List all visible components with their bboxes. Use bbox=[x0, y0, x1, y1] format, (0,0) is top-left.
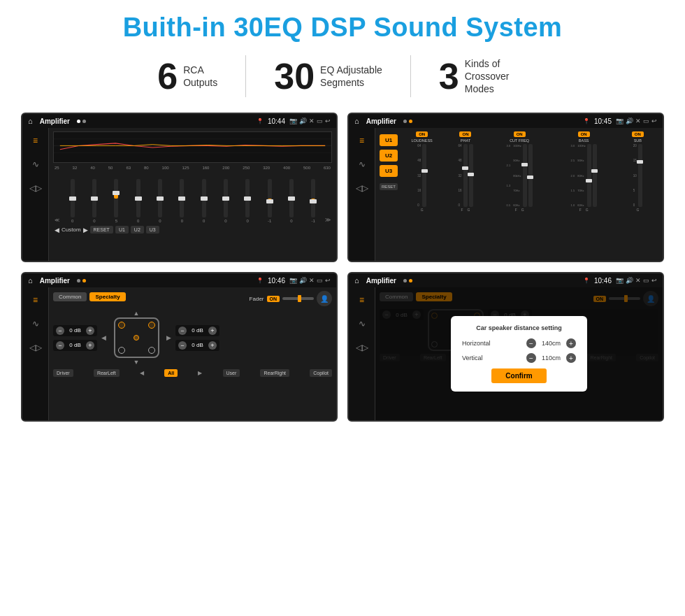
db-plus-tr[interactable]: + bbox=[208, 327, 217, 335]
fader-profile-icon[interactable]: 👤 bbox=[317, 291, 332, 306]
crossover-body: ≡ ∿ ◁▷ U1 U2 U3 RESET bbox=[349, 128, 663, 261]
modal-horizontal-plus[interactable]: + bbox=[566, 338, 576, 348]
crossover-u1-btn[interactable]: U1 bbox=[380, 134, 398, 146]
fader-user-btn[interactable]: User bbox=[223, 369, 240, 377]
bass-name: BASS bbox=[579, 138, 589, 143]
phat-sliders: 644832160 bbox=[458, 144, 473, 207]
car-speaker-tr bbox=[148, 322, 155, 329]
crossover-u3-btn[interactable]: U3 bbox=[380, 165, 398, 177]
fader-body: ≡ ∿ ◁▷ Common Specialty Fader ON bbox=[22, 287, 336, 420]
stat-crossover-number: 3 bbox=[439, 58, 459, 94]
eq-slider-0[interactable]: 0 bbox=[62, 179, 82, 223]
phat-name: PHAT bbox=[461, 138, 470, 143]
eq-slider-9[interactable]: -1 bbox=[259, 179, 280, 223]
fader-rearright-btn[interactable]: RearRight bbox=[260, 369, 289, 377]
fader-sidebar-eq-icon[interactable]: ≡ bbox=[27, 292, 44, 308]
fader-sidebar-wave-icon[interactable]: ∿ bbox=[27, 315, 44, 332]
db-plus-br[interactable]: + bbox=[208, 341, 217, 350]
fader-rearleft-btn[interactable]: RearLeft bbox=[94, 369, 120, 377]
eq-slider-11[interactable]: -1 bbox=[303, 179, 324, 223]
eq-slider-4[interactable]: 0 bbox=[150, 179, 170, 223]
car-arrow-bottom: ▼ bbox=[134, 359, 140, 366]
fader-camera-icon: 📷 bbox=[289, 277, 297, 284]
fader-slider-bar[interactable] bbox=[282, 297, 314, 300]
distance-sidebar-wave-icon[interactable]: ∿ bbox=[354, 315, 370, 332]
db-minus-tr[interactable]: − bbox=[178, 327, 187, 335]
fader-tab-specialty[interactable]: Specialty bbox=[89, 292, 125, 301]
eq-slider-5[interactable]: 0 bbox=[172, 179, 192, 223]
eq-u2-btn[interactable]: U2 bbox=[131, 226, 144, 234]
crossover-status-bar: ⌂ Amplifier 📍 10:45 📷 🔊 ✕ ▭ ↩ bbox=[349, 114, 663, 128]
distance-sidebar-speaker-icon[interactable]: ◁▷ bbox=[354, 339, 370, 356]
eq-slider-1[interactable]: 0 bbox=[84, 179, 104, 223]
fader-screen: ⌂ Amplifier 📍 10:46 📷 🔊 ✕ ▭ ↩ bbox=[21, 272, 338, 422]
modal-vertical-plus[interactable]: + bbox=[566, 353, 576, 363]
modal-horizontal-minus[interactable]: − bbox=[526, 338, 536, 348]
distance-home-icon[interactable]: ⌂ bbox=[354, 276, 359, 285]
car-speaker-bl bbox=[118, 347, 125, 354]
distance-window-icon: ▭ bbox=[643, 277, 649, 284]
db-minus-tl[interactable]: − bbox=[56, 327, 64, 335]
modal-confirm-button[interactable]: Confirm bbox=[491, 368, 546, 383]
fader-copilot-btn[interactable]: Copilot bbox=[310, 369, 332, 377]
eq-slider-7[interactable]: 0 bbox=[215, 179, 236, 223]
cutfreq-slider-f[interactable] bbox=[523, 144, 527, 207]
fader-top-row: Common Specialty Fader ON 👤 bbox=[53, 291, 332, 306]
db-control-tl: − 0 dB + bbox=[53, 325, 97, 336]
cutfreq-slider-g[interactable] bbox=[528, 144, 533, 207]
window-icon: ▭ bbox=[317, 117, 323, 124]
bass-slider-g[interactable] bbox=[593, 144, 597, 207]
eq-slider-3[interactable]: 0 bbox=[128, 179, 148, 223]
sidebar-speaker-icon[interactable]: ◁▷ bbox=[27, 180, 44, 196]
stat-rca-number: 6 bbox=[157, 58, 178, 94]
fader-home-icon[interactable]: ⌂ bbox=[28, 276, 33, 285]
crossover-status-icons: 📷 🔊 ✕ ▭ ↩ bbox=[616, 117, 657, 124]
fader-sidebar-speaker-icon[interactable]: ◁▷ bbox=[27, 339, 44, 356]
db-plus-tl[interactable]: + bbox=[86, 327, 94, 335]
crossover-reset-btn[interactable]: RESET bbox=[380, 183, 398, 190]
crossover-sidebar-eq-icon[interactable]: ≡ bbox=[354, 132, 370, 149]
eq-slider-10[interactable]: 0 bbox=[281, 179, 301, 223]
crossover-sidebar-speaker-icon[interactable]: ◁▷ bbox=[354, 180, 370, 196]
bass-slider-f[interactable] bbox=[587, 144, 591, 207]
bass-hz-scale: 100Hz90Hz80Hz70Hz60Hz bbox=[577, 144, 586, 207]
crossover-u2-btn[interactable]: U2 bbox=[380, 150, 398, 162]
eq-double-arrow-left[interactable]: ≪ bbox=[55, 217, 59, 223]
modal-vertical-control: − 110cm + bbox=[526, 353, 576, 363]
db-minus-br[interactable]: − bbox=[178, 341, 187, 350]
phat-slider-f[interactable] bbox=[463, 144, 468, 207]
eq-slider-8[interactable]: 0 bbox=[238, 179, 258, 223]
db-plus-bl[interactable]: + bbox=[86, 341, 94, 350]
phat-handle-g bbox=[468, 173, 474, 176]
phat-slider-g[interactable] bbox=[469, 144, 473, 207]
distance-sidebar-eq-icon[interactable]: ≡ bbox=[354, 292, 370, 308]
db-minus-bl[interactable]: − bbox=[56, 341, 64, 350]
eq-double-arrow-right[interactable]: ≫ bbox=[325, 217, 331, 223]
fader-dot-sq bbox=[77, 279, 80, 282]
modal-vertical-value: 110cm bbox=[539, 354, 563, 361]
fader-all-btn[interactable]: All bbox=[164, 369, 178, 377]
sidebar-wave-icon[interactable]: ∿ bbox=[27, 156, 44, 173]
eq-slider-2[interactable]: 5 bbox=[106, 179, 127, 223]
crossover-app-title: Amplifier bbox=[366, 117, 396, 125]
fader-tab-common[interactable]: Common bbox=[53, 292, 87, 301]
sub-sliders: 20151050 bbox=[633, 144, 642, 207]
sub-slider-g[interactable] bbox=[638, 144, 642, 207]
fader-driver-btn[interactable]: Driver bbox=[53, 369, 73, 377]
modal-vertical-minus[interactable]: − bbox=[526, 353, 536, 363]
crossover-sidebar-wave-icon[interactable]: ∿ bbox=[354, 156, 370, 173]
eq-slider-6[interactable]: 0 bbox=[194, 179, 214, 223]
home-icon[interactable]: ⌂ bbox=[28, 117, 33, 125]
crossover-home-icon[interactable]: ⌂ bbox=[354, 117, 359, 125]
eq-sidebar: ≡ ∿ ◁▷ bbox=[22, 128, 49, 261]
eq-u3-btn[interactable]: U3 bbox=[146, 226, 159, 234]
eq-prev-btn[interactable]: ◀ bbox=[55, 227, 59, 234]
distance-location-icon: 📍 bbox=[583, 278, 590, 284]
fader-on-badge: ON bbox=[267, 296, 280, 302]
eq-next-btn[interactable]: ▶ bbox=[83, 227, 88, 234]
eq-reset-btn[interactable]: RESET bbox=[90, 226, 113, 234]
stat-rca: 6 RCAOutputs bbox=[129, 58, 245, 94]
eq-u1-btn[interactable]: U1 bbox=[115, 226, 129, 234]
loudness-slider-g[interactable] bbox=[422, 144, 426, 207]
sidebar-eq-icon[interactable]: ≡ bbox=[27, 132, 44, 149]
